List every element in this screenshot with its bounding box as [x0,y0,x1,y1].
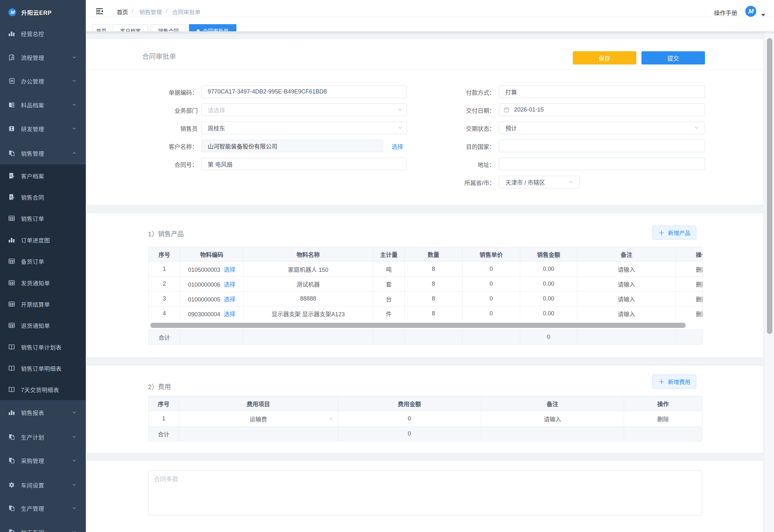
svg-text:M: M [11,9,15,15]
